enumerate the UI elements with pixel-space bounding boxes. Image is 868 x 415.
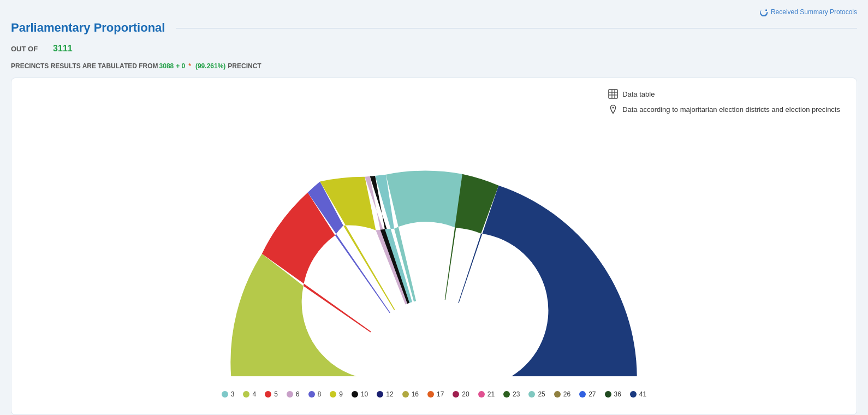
precincts-label: PRECINCTS RESULTS ARE TABULATED FROM bbox=[11, 62, 158, 70]
precinct-suffix: PRECINCT bbox=[228, 62, 261, 70]
legend-label-9: 9 bbox=[339, 390, 343, 398]
data-according-action[interactable]: Data according to majoritarian election … bbox=[608, 104, 840, 114]
precincts-plus: + 0 bbox=[176, 62, 185, 70]
legend-item-20: 20 bbox=[453, 390, 469, 398]
legend-dot-41 bbox=[630, 391, 637, 398]
legend-dot-3 bbox=[222, 391, 228, 398]
legend-dot-25 bbox=[528, 391, 535, 398]
legend-label-10: 10 bbox=[361, 390, 368, 398]
data-table-label: Data table bbox=[622, 90, 655, 98]
asterisk: * bbox=[188, 62, 191, 70]
title-divider bbox=[176, 28, 857, 28]
legend-item-8: 8 bbox=[308, 390, 322, 398]
legend-item-26: 26 bbox=[554, 390, 570, 398]
legend-label-27: 27 bbox=[588, 390, 596, 398]
legend-dot-6 bbox=[287, 391, 293, 398]
legend-dot-10 bbox=[352, 391, 358, 398]
precincts-row: PRECINCTS RESULTS ARE TABULATED FROM 308… bbox=[11, 62, 857, 70]
legend-dot-16 bbox=[402, 391, 409, 398]
legend-item-23: 23 bbox=[503, 390, 520, 398]
out-of-label: OUT OF bbox=[11, 45, 38, 53]
legend-dot-5 bbox=[265, 391, 271, 398]
legend-label-5: 5 bbox=[274, 390, 278, 398]
legend-item-10: 10 bbox=[352, 390, 368, 398]
svg-point-6 bbox=[356, 299, 512, 382]
stats-row: OUT OF 3111 bbox=[11, 44, 857, 54]
legend-item-16: 16 bbox=[402, 390, 419, 398]
legend-dot-27 bbox=[579, 391, 586, 398]
main-card: Data table Data according to majoritaria… bbox=[11, 78, 857, 415]
legend-dot-23 bbox=[503, 391, 510, 398]
legend-label-25: 25 bbox=[538, 390, 545, 398]
legend-label-17: 17 bbox=[437, 390, 444, 398]
precincts-value1: 3088 bbox=[159, 62, 174, 70]
legend-label-41: 41 bbox=[639, 390, 646, 398]
legend-dot-17 bbox=[427, 391, 434, 398]
legend-item-6: 6 bbox=[287, 390, 300, 398]
legend-label-21: 21 bbox=[487, 390, 495, 398]
card-actions: Data table Data according to majoritaria… bbox=[608, 89, 840, 114]
legend-item-36: 36 bbox=[605, 390, 621, 398]
legend-label-3: 3 bbox=[231, 390, 235, 398]
donut-chart-svg bbox=[188, 136, 680, 382]
legend-label-16: 16 bbox=[412, 390, 419, 398]
legend-item-21: 21 bbox=[478, 390, 495, 398]
legend-label-4: 4 bbox=[252, 390, 256, 398]
chart-area bbox=[28, 120, 840, 382]
card-header: Data table Data according to majoritaria… bbox=[28, 89, 840, 114]
received-protocols-label[interactable]: Received Summary Protocols bbox=[771, 8, 857, 16]
legend-label-8: 8 bbox=[318, 390, 322, 398]
legend-item-25: 25 bbox=[528, 390, 545, 398]
legend-item-9: 9 bbox=[330, 390, 343, 398]
location-icon bbox=[608, 104, 618, 114]
legend-dot-36 bbox=[605, 391, 611, 398]
legend-label-6: 6 bbox=[296, 390, 300, 398]
semicircle-container bbox=[188, 136, 680, 382]
table-icon bbox=[608, 89, 618, 99]
legend-dot-4 bbox=[243, 391, 249, 398]
page-header-block: OUT OF 3111 PRECINCTS RESULTS ARE TABULA… bbox=[11, 44, 857, 70]
page-title: Parliamentary Proportional bbox=[11, 21, 165, 35]
legend-label-26: 26 bbox=[563, 390, 570, 398]
legend-dot-12 bbox=[377, 391, 383, 398]
precincts-pct: (99.261%) bbox=[195, 62, 225, 70]
out-of-value: 3111 bbox=[53, 44, 73, 54]
legend-label-23: 23 bbox=[513, 390, 520, 398]
top-bar: Received Summary Protocols bbox=[11, 5, 857, 21]
legend-dot-20 bbox=[453, 391, 459, 398]
legend-label-36: 36 bbox=[614, 390, 621, 398]
legend-item-41: 41 bbox=[630, 390, 646, 398]
legend-label-12: 12 bbox=[386, 390, 393, 398]
legend-item-4: 4 bbox=[243, 390, 256, 398]
legend-dot-9 bbox=[330, 391, 336, 398]
svg-rect-7 bbox=[194, 376, 674, 382]
legend-row: 345689101216172021232526273641 bbox=[28, 390, 840, 398]
data-according-label: Data according to majoritarian election … bbox=[622, 105, 840, 114]
legend-item-5: 5 bbox=[265, 390, 278, 398]
legend-dot-8 bbox=[308, 391, 315, 398]
legend-item-3: 3 bbox=[222, 390, 235, 398]
legend-item-12: 12 bbox=[377, 390, 393, 398]
legend-item-27: 27 bbox=[579, 390, 596, 398]
svg-point-5 bbox=[613, 107, 614, 109]
title-row: Parliamentary Proportional bbox=[11, 21, 857, 35]
legend-label-20: 20 bbox=[462, 390, 469, 398]
data-table-action[interactable]: Data table bbox=[608, 89, 655, 99]
refresh-icon bbox=[759, 8, 768, 16]
legend-dot-26 bbox=[554, 391, 561, 398]
svg-rect-0 bbox=[609, 90, 617, 98]
legend-item-17: 17 bbox=[427, 390, 444, 398]
legend-dot-21 bbox=[478, 391, 485, 398]
